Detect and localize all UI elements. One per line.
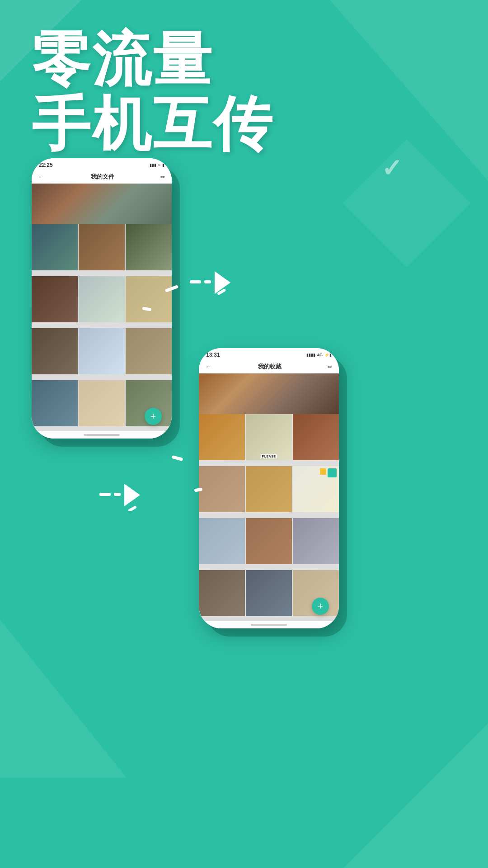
arrow-right-indicator xyxy=(190,267,230,300)
photo-cell[interactable] xyxy=(293,518,339,564)
phone-right: 13:31 ▮▮▮▮ 4G ⚡▮ ← 我的收藏 ✏ PLEASE xyxy=(199,348,339,628)
photo-cell-accent[interactable] xyxy=(293,466,339,512)
phone-left-photo-header xyxy=(32,184,172,224)
hero-line1: 零流量 xyxy=(32,27,274,92)
svg-rect-7 xyxy=(128,505,137,511)
photo-cell[interactable] xyxy=(32,276,78,322)
checkmark-decoration: ✓ xyxy=(381,154,402,183)
svg-rect-5 xyxy=(114,493,121,496)
photo-cell[interactable] xyxy=(293,414,339,460)
svg-marker-6 xyxy=(124,484,140,506)
photo-cell[interactable] xyxy=(199,518,245,564)
phone-right-navbar: ← 我的收藏 ✏ xyxy=(199,360,339,373)
phone-right-fab[interactable]: + xyxy=(312,598,329,615)
phone-right-photo-header xyxy=(199,373,339,414)
phone-left-navbar: ← 我的文件 ✏ xyxy=(32,170,172,184)
photo-cell[interactable] xyxy=(126,328,172,374)
battery-right-icon: ⚡▮ xyxy=(324,353,332,357)
phone-right-back-icon[interactable]: ← xyxy=(205,363,211,370)
battery-icon: ▮ xyxy=(162,163,164,167)
signal-icon: ▮▮▮ xyxy=(150,163,156,167)
phone-right-notch xyxy=(251,348,287,356)
phone-right-header-image xyxy=(199,373,339,414)
photo-cell[interactable] xyxy=(199,570,245,616)
photo-cell[interactable] xyxy=(126,224,172,270)
phone-right-title: 我的收藏 xyxy=(258,363,282,371)
phone-left: 22:25 ▮▮▮ ≈ ▮ ← 我的文件 ✏ xyxy=(32,158,172,439)
arrow-left-indicator xyxy=(99,479,140,513)
photo-cell[interactable] xyxy=(126,276,172,322)
phone-left-header-image xyxy=(32,184,172,224)
phone-right-photo-grid: PLEASE xyxy=(199,414,339,621)
svg-rect-4 xyxy=(99,493,111,496)
phone-right-time: 13:31 xyxy=(206,352,220,358)
photo-cell[interactable] xyxy=(32,380,78,426)
photo-cell[interactable] xyxy=(246,570,292,616)
phone-left-notch xyxy=(84,158,120,166)
phone-left-title: 我的文件 xyxy=(91,173,114,181)
phone-left-photo-grid xyxy=(32,224,172,431)
photo-cell[interactable] xyxy=(79,276,125,322)
photo-cell-please[interactable]: PLEASE xyxy=(246,414,292,460)
photo-cell[interactable] xyxy=(32,224,78,270)
phone-left-edit-icon[interactable]: ✏ xyxy=(160,174,165,180)
hero-text-block: 零流量 手机互传 xyxy=(32,27,274,156)
svg-rect-1 xyxy=(204,280,211,283)
photo-cell[interactable] xyxy=(32,328,78,374)
please-text: PLEASE xyxy=(260,454,277,458)
phone-left-back-icon[interactable]: ← xyxy=(38,173,44,180)
phone-left-fab[interactable]: + xyxy=(145,408,162,425)
photo-cell[interactable] xyxy=(79,224,125,270)
dash-decoration-3 xyxy=(172,455,183,461)
phone-left-status-icons: ▮▮▮ ≈ ▮ xyxy=(150,163,164,167)
photo-cell[interactable] xyxy=(199,466,245,512)
photo-cell[interactable] xyxy=(79,380,125,426)
phone-right-home-indicator xyxy=(199,621,339,628)
svg-rect-0 xyxy=(190,280,201,283)
photo-cell[interactable] xyxy=(79,328,125,374)
phone-right-status-icons: ▮▮▮▮ 4G ⚡▮ xyxy=(306,353,332,357)
hero-line2: 手机互传 xyxy=(32,92,274,156)
phone-right-edit-icon[interactable]: ✏ xyxy=(328,363,333,370)
phone-left-home-indicator xyxy=(32,431,172,439)
photo-cell[interactable] xyxy=(246,466,292,512)
wifi-icon: ≈ xyxy=(158,163,160,167)
network-type-label: 4G xyxy=(317,353,323,357)
photo-cell[interactable] xyxy=(199,414,245,460)
phone-left-time: 22:25 xyxy=(39,162,53,168)
photo-cell[interactable] xyxy=(246,518,292,564)
signal-bars-icon: ▮▮▮▮ xyxy=(306,353,315,357)
